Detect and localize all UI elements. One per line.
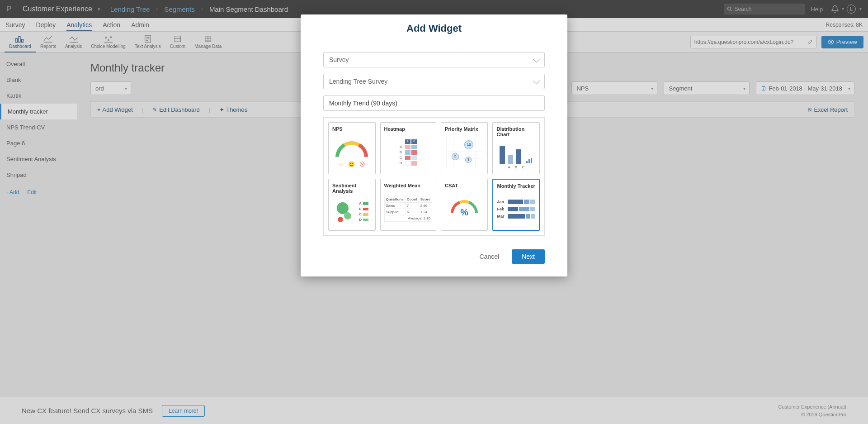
monthly-tracker-icon: Jan Feb Mar xyxy=(497,200,535,219)
add-widget-modal: Add Widget Survey Lending Tree Survey NP… xyxy=(301,14,567,276)
widget-option-monthly-tracker[interactable]: Monthly Tracker Jan Feb Mar xyxy=(492,179,540,231)
svg-rect-23 xyxy=(528,159,530,163)
matrix-icon: 10 5 3 xyxy=(446,137,482,168)
svg-rect-22 xyxy=(526,161,528,163)
widget-type-grid: NPS ☺ 😐 ☹ xyxy=(323,117,545,236)
gauge-icon xyxy=(334,138,370,160)
next-button[interactable]: Next xyxy=(512,249,545,264)
modal-overlay: Add Widget Survey Lending Tree Survey NP… xyxy=(0,0,868,424)
modal-source-select[interactable]: Survey xyxy=(323,52,545,67)
widget-option-distribution[interactable]: Distribution Chart ABC xyxy=(492,122,540,174)
widget-option-csat[interactable]: CSAT % xyxy=(441,179,488,231)
heatmap-icon: 12 A B C D xyxy=(400,139,417,166)
csat-icon: % xyxy=(448,198,480,220)
widget-option-sentiment[interactable]: Sentiment Analysis A B xyxy=(328,179,376,231)
modal-name-input[interactable] xyxy=(323,95,545,111)
svg-rect-24 xyxy=(531,158,532,163)
modal-title: Add Widget xyxy=(310,23,558,34)
modal-survey-select[interactable]: Lending Tree Survey xyxy=(323,74,545,89)
widget-option-nps[interactable]: NPS ☺ 😐 ☹ xyxy=(328,122,376,174)
widget-option-priority-matrix[interactable]: Priority Matrix 10 5 3 xyxy=(441,122,488,174)
widget-option-weighted-mean[interactable]: Weighted Mean QuestionsCountScore Sales7… xyxy=(380,179,436,231)
bar-chart-icon xyxy=(500,141,533,164)
table-icon: QuestionsCountScore Sales72.86 Support61… xyxy=(384,196,432,222)
widget-option-heatmap[interactable]: Heatmap 12 A B C D xyxy=(380,122,436,174)
sentiment-icon: A B C D xyxy=(335,200,368,223)
cancel-button[interactable]: Cancel xyxy=(480,253,500,260)
